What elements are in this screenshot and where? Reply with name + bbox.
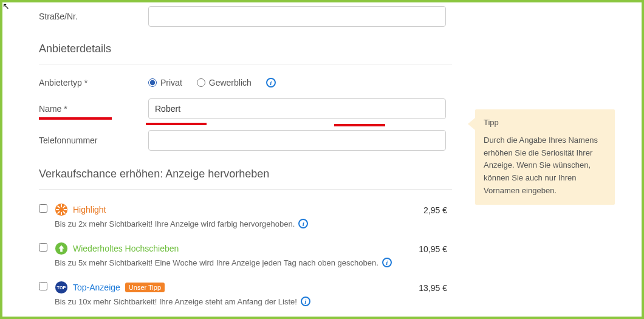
mouse-cursor-icon: ↖ <box>2 1 10 11</box>
seller-type-commercial-label: Gewerblich <box>209 78 252 87</box>
top-icon: TOP <box>55 281 68 294</box>
divider <box>39 64 452 64</box>
phone-label: Telefonnummer <box>39 135 148 145</box>
info-icon[interactable]: i <box>382 258 392 267</box>
name-label: Name * <box>39 104 148 114</box>
promo-desc: Bis zu 5x mehr Sichtbarkeit! Eine Woche … <box>55 258 379 267</box>
promo-badge: Unser Tipp <box>125 283 165 292</box>
promo-title[interactable]: Highlight <box>73 205 106 214</box>
divider <box>39 189 452 190</box>
phone-input[interactable] <box>148 130 446 151</box>
promo-checkbox[interactable] <box>39 282 47 290</box>
seller-type-private-label: Privat <box>160 78 182 87</box>
promo-price: 10,95 € <box>419 244 447 254</box>
promo-desc: Bis zu 10x mehr Sichtbarkeit! Ihre Anzei… <box>55 297 297 306</box>
seller-details-heading: Anbieterdetails <box>39 43 452 55</box>
seller-type-private-radio[interactable] <box>148 78 157 87</box>
info-icon[interactable]: i <box>298 219 308 228</box>
seller-type-commercial-radio[interactable] <box>197 78 205 87</box>
tip-body: Durch die Angabe Ihres Namens erhöhen Si… <box>484 134 606 197</box>
promo-item: TOPTop-AnzeigeUnser TippBis zu 10x mehr … <box>39 281 452 316</box>
promo-item: Wiederholtes HochschiebenBis zu 5x mehr … <box>39 242 452 277</box>
promo-checkbox[interactable] <box>39 204 47 213</box>
tip-title: Tipp <box>484 117 606 129</box>
promo-price: 13,95 € <box>419 283 447 293</box>
seller-type-commercial[interactable]: Gewerblich <box>197 78 252 87</box>
seller-type-private[interactable]: Privat <box>148 78 182 87</box>
bump-icon <box>55 242 68 255</box>
seller-type-label: Anbietertyp * <box>39 78 148 87</box>
promo-title[interactable]: Wiederholtes Hochschieben <box>73 244 179 253</box>
svg-text:TOP: TOP <box>57 285 66 290</box>
street-input[interactable] <box>148 6 446 27</box>
promo-price: 2,95 € <box>423 205 447 215</box>
info-icon[interactable]: i <box>266 78 276 87</box>
highlight-icon <box>55 203 68 216</box>
street-label: Straße/Nr. <box>39 12 148 21</box>
promo-desc: Bis zu 2x mehr Sichtbarkeit! Ihre Anzeig… <box>55 219 295 228</box>
promo-title[interactable]: Top-Anzeige <box>73 283 120 292</box>
promo-item: HighlightBis zu 2x mehr Sichtbarkeit! Ih… <box>39 203 452 238</box>
tip-callout: Tipp Durch die Angabe Ihres Namens erhöh… <box>475 109 615 205</box>
promo-checkbox[interactable] <box>39 243 47 252</box>
promote-heading: Verkaufschance erhöhen: Anzeige hervorhe… <box>39 168 452 180</box>
info-icon[interactable]: i <box>301 297 310 306</box>
annotation-underline <box>334 124 385 126</box>
name-input[interactable] <box>148 98 446 119</box>
tip-arrow-icon <box>468 118 475 130</box>
